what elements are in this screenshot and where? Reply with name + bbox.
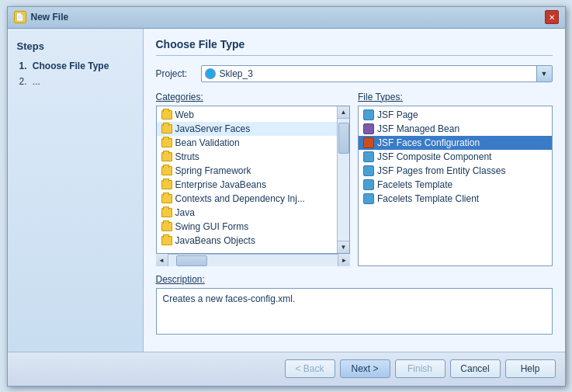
filetype-jsf-entity[interactable]: JSF Pages from Entity Classes (359, 164, 552, 178)
facelets-client-icon (363, 193, 374, 204)
description-box: Creates a new faces-config.xml. (156, 288, 553, 335)
category-java-label: Java (175, 207, 195, 218)
category-spring[interactable]: Spring Framework (157, 164, 338, 178)
steps-title: Steps (17, 40, 133, 52)
next-button[interactable]: Next > (340, 359, 390, 378)
dialog-icon: 📄 (14, 11, 26, 23)
hscroll-thumb[interactable] (176, 255, 207, 266)
category-bean-label: Bean Validation (175, 137, 240, 148)
new-file-dialog: 📄 New File ✕ Steps 1. Choose File Type 2… (7, 6, 566, 387)
folder-icon (161, 236, 172, 245)
description-text: Creates a new faces-config.xml. (163, 293, 296, 304)
filetype-facelets-client[interactable]: Facelets Template Client (359, 192, 552, 206)
project-row: Project: 🌐 Sklep_3 ▼ (156, 65, 553, 82)
folder-icon (161, 166, 172, 175)
folder-icon (161, 152, 172, 161)
jsf-faces-icon (363, 137, 374, 148)
title-bar-left: 📄 New File (14, 11, 69, 23)
category-swing[interactable]: Swing GUI Forms (157, 220, 338, 234)
categories-label: Categories: (156, 92, 351, 102)
folder-icon (161, 194, 172, 203)
back-button[interactable]: < Back (285, 359, 335, 378)
dialog-body: Steps 1. Choose File Type 2. ... Choose … (8, 29, 565, 352)
description-label: Description: (156, 274, 553, 285)
folder-icon (161, 208, 172, 217)
scroll-thumb[interactable] (338, 123, 349, 154)
filetypes-list-content: JSF Page JSF Managed Bean JSF Faces Conf… (359, 106, 552, 265)
scroll-left-button[interactable]: ◄ (156, 254, 168, 266)
dropdown-arrow-icon[interactable]: ▼ (536, 66, 552, 82)
category-javabeans-label: JavaBeans Objects (175, 235, 255, 246)
category-ejb-label: Enterprise JavaBeans (175, 179, 266, 190)
category-struts[interactable]: Struts (157, 150, 338, 164)
filetype-jsf-page[interactable]: JSF Page (359, 108, 552, 122)
category-jsf-label: JavaServer Faces (175, 123, 251, 134)
jsf-entity-icon (363, 165, 374, 176)
folder-icon (161, 110, 172, 120)
project-name: Sklep_3 (220, 68, 536, 79)
filetype-facelets-client-label: Facelets Template Client (377, 193, 479, 204)
description-section: Description: Creates a new faces-config.… (156, 274, 553, 335)
main-panel: Choose File Type Project: 🌐 Sklep_3 ▼ Ca… (144, 29, 565, 352)
category-cdi[interactable]: Contexts and Dependency Inj... (157, 192, 338, 206)
hscroll-track (168, 255, 338, 266)
dialog-title: New File (31, 12, 69, 23)
filetype-jsf-composite-label: JSF Composite Component (377, 151, 491, 162)
scroll-down-button[interactable]: ▼ (338, 241, 350, 253)
steps-panel: Steps 1. Choose File Type 2. ... (8, 29, 144, 352)
cancel-button[interactable]: Cancel (450, 359, 501, 378)
footer: < Back Next > Finish Cancel Help (8, 352, 565, 386)
close-button[interactable]: ✕ (545, 10, 559, 24)
category-web[interactable]: Web (157, 108, 338, 122)
step-2: 2. ... (17, 75, 133, 88)
filetype-jsf-composite[interactable]: JSF Composite Component (359, 150, 552, 164)
step-1-label: Choose File Type (33, 61, 109, 71)
category-spring-label: Spring Framework (175, 165, 251, 176)
project-icon: 🌐 (205, 68, 216, 79)
category-ejb[interactable]: Enterprise JavaBeans (157, 178, 338, 192)
filetype-jsf-managed[interactable]: JSF Managed Bean (359, 122, 552, 136)
finish-button[interactable]: Finish (395, 359, 445, 378)
folder-icon (161, 138, 172, 147)
categories-scrollbar[interactable]: ▲ ▼ (337, 106, 349, 253)
categories-section: Categories: Web JavaServer Faces (156, 92, 351, 266)
jsf-page-icon (363, 109, 374, 120)
category-bean[interactable]: Bean Validation (157, 136, 338, 150)
category-java[interactable]: Java (157, 206, 338, 220)
filetype-facelets-template[interactable]: Facelets Template (359, 178, 552, 192)
category-swing-label: Swing GUI Forms (175, 221, 249, 232)
category-jsf[interactable]: JavaServer Faces (157, 122, 338, 136)
help-button[interactable]: Help (505, 359, 556, 378)
jsf-composite-icon (363, 151, 374, 162)
filetype-facelets-template-label: Facelets Template (377, 179, 452, 190)
categories-hscrollbar: ◄ ► (156, 254, 351, 266)
lists-row: Categories: Web JavaServer Faces (156, 92, 553, 266)
facelets-template-icon (363, 179, 374, 190)
step-1-number: 1. (19, 61, 27, 71)
filetype-jsf-entity-label: JSF Pages from Entity Classes (377, 165, 505, 176)
step-2-number: 2. (19, 76, 27, 87)
categories-list-content: Web JavaServer Faces Bean Validation (157, 106, 338, 253)
category-struts-label: Struts (175, 151, 199, 162)
filetype-jsf-faces[interactable]: JSF Faces Configuration (359, 136, 552, 150)
folder-icon (161, 124, 172, 134)
category-cdi-label: Contexts and Dependency Inj... (175, 193, 305, 204)
project-label: Project: (156, 68, 195, 79)
step-1: 1. Choose File Type (17, 60, 133, 72)
filetypes-section: File Types: JSF Page JSF Managed Bean (358, 92, 553, 266)
scroll-right-button[interactable]: ► (338, 254, 350, 266)
jsf-managed-icon (363, 123, 374, 134)
scroll-up-button[interactable]: ▲ (338, 106, 350, 119)
filetype-jsf-page-label: JSF Page (377, 109, 418, 120)
categories-list-box: Web JavaServer Faces Bean Validation (156, 106, 351, 254)
filetypes-label: File Types: (358, 92, 553, 102)
project-dropdown[interactable]: 🌐 Sklep_3 ▼ (201, 65, 553, 82)
category-javabeans[interactable]: JavaBeans Objects (157, 234, 338, 248)
filetype-jsf-faces-label: JSF Faces Configuration (377, 137, 480, 148)
step-2-label: ... (33, 76, 40, 87)
section-title: Choose File Type (156, 38, 553, 56)
scroll-track (338, 119, 349, 241)
folder-icon (161, 180, 172, 189)
filetype-jsf-managed-label: JSF Managed Bean (377, 123, 459, 134)
filetypes-list-box: JSF Page JSF Managed Bean JSF Faces Conf… (358, 106, 553, 266)
